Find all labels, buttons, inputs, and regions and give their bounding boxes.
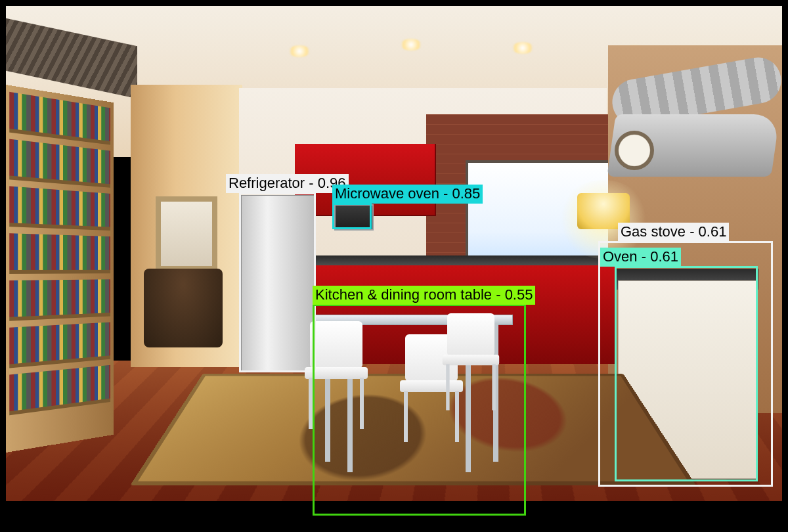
dining-chair bbox=[305, 321, 368, 426]
recessed-light-icon bbox=[512, 42, 534, 54]
wall-mirror-icon bbox=[156, 196, 217, 271]
microwave bbox=[334, 204, 374, 231]
image-frame: Refrigerator - 0.96Microwave oven - 0.85… bbox=[0, 0, 788, 532]
wall-clock-icon bbox=[615, 131, 654, 170]
dining-chair bbox=[443, 313, 499, 408]
recessed-light-icon bbox=[400, 39, 422, 51]
kitchen-photo: Refrigerator - 0.96Microwave oven - 0.85… bbox=[6, 6, 782, 526]
table-lamp-icon bbox=[577, 193, 630, 265]
recessed-light-icon bbox=[288, 45, 311, 57]
console-table bbox=[144, 269, 223, 347]
bookshelf bbox=[6, 85, 114, 453]
